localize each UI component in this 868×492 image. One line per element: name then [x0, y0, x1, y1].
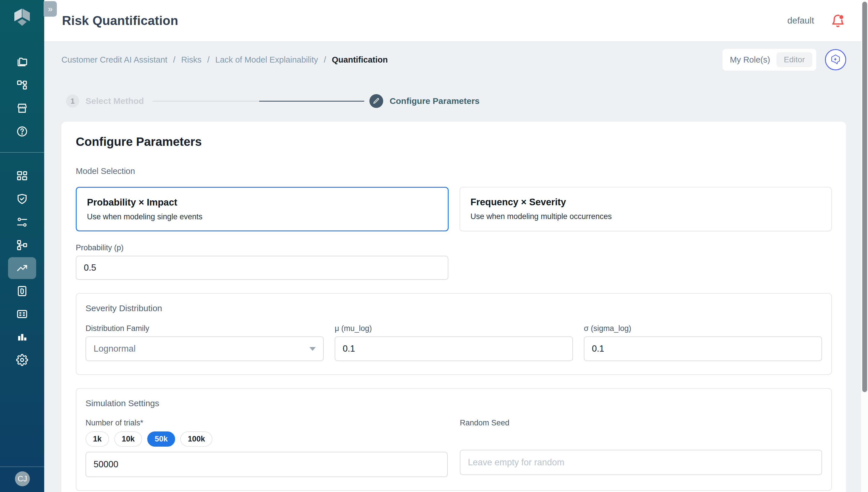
environment-label: default — [787, 16, 814, 26]
distribution-family-select[interactable]: Lognormal — [85, 337, 324, 361]
wizard-stepper: 1 Select Method Configure Parameters — [61, 94, 846, 108]
random-seed-input[interactable] — [460, 450, 822, 475]
trials-input[interactable] — [85, 452, 448, 477]
stepper-connector-active — [259, 101, 364, 102]
random-seed-label: Random Seed — [460, 419, 822, 427]
settings-gear-icon[interactable] — [16, 354, 28, 366]
my-roles-label: My Role(s) — [730, 55, 770, 65]
breadcrumb-current: Quantification — [332, 55, 388, 65]
probability-label: Probability (p) — [76, 243, 832, 252]
breadcrumb-separator: / — [207, 55, 209, 65]
document-attachment-icon[interactable] — [16, 285, 28, 297]
trials-preset-100k[interactable]: 100k — [180, 432, 213, 447]
trials-preset-50k[interactable]: 50k — [147, 432, 175, 447]
user-avatar[interactable]: CJ — [15, 471, 30, 486]
my-roles-pill: My Role(s) Editor — [722, 49, 816, 71]
number-of-trials-label: Number of trials* — [85, 419, 448, 427]
sigma-log-label: σ (sigma_log) — [584, 324, 822, 333]
model-option-probability-impact[interactable]: Probability × Impact Use when modeling s… — [76, 187, 449, 231]
breadcrumb-link-risks[interactable]: Risks — [181, 55, 201, 65]
bar-chart-icon[interactable] — [16, 331, 28, 343]
chevron-down-icon — [309, 347, 316, 351]
model-option-subtitle: Use when modeling single events — [87, 213, 438, 221]
trials-presets: 1k 10k 50k 100k — [85, 432, 448, 447]
stepper-connector-inactive — [152, 101, 259, 102]
simulation-settings-title: Simulation Settings — [85, 398, 822, 408]
severity-distribution-title: Severity Distribution — [85, 303, 822, 313]
model-option-title: Probability × Impact — [87, 197, 438, 208]
dashboard-icon[interactable] — [16, 170, 28, 182]
step-2-circle[interactable] — [369, 94, 383, 108]
page-scrollbar — [861, 0, 868, 492]
sidebar-nav-main — [8, 170, 36, 366]
main-content: Customer Credit AI Assistant / Risks / L… — [44, 42, 861, 492]
breadcrumb-link-risk[interactable]: Lack of Model Explainability — [215, 55, 318, 65]
scrollbar-thumb[interactable] — [862, 2, 867, 392]
sigma-log-input[interactable] — [584, 337, 822, 361]
role-editor-badge: Editor — [776, 52, 812, 67]
distribution-family-value: Lognormal — [94, 344, 135, 354]
sidebar-bottom-divider — [0, 466, 44, 467]
help-icon[interactable] — [16, 125, 28, 138]
shield-check-icon[interactable] — [16, 193, 28, 205]
sidebar-nav-top — [16, 55, 28, 138]
simulation-settings-card: Simulation Settings Number of trials* 1k… — [76, 388, 832, 491]
top-header: Risk Quantification default — [44, 0, 861, 42]
mu-log-input[interactable] — [335, 337, 573, 361]
app-logo-icon — [10, 7, 34, 31]
trending-up-icon — [16, 262, 28, 274]
breadcrumb-separator: / — [324, 55, 326, 65]
sliders-icon[interactable] — [16, 216, 28, 228]
sidebar: CJ — [0, 0, 44, 492]
sidebar-collapse-button[interactable]: » — [44, 1, 57, 17]
breadcrumb: Customer Credit AI Assistant / Risks / L… — [61, 55, 388, 65]
breadcrumb-separator: / — [173, 55, 175, 65]
model-selection-label: Model Selection — [76, 167, 832, 176]
page-title: Risk Quantification — [62, 14, 178, 28]
configure-parameters-panel: Configure Parameters Model Selection Pro… — [61, 122, 846, 492]
hierarchy-icon[interactable] — [16, 79, 28, 91]
marketplace-store-icon[interactable] — [16, 102, 28, 115]
probability-input[interactable] — [76, 256, 448, 280]
pencil-icon — [373, 98, 380, 104]
workflow-icon[interactable] — [16, 239, 28, 251]
step-1-circle[interactable]: 1 — [66, 94, 79, 108]
sidebar-divider — [0, 152, 44, 153]
ai-hexagon-chat-icon — [829, 54, 842, 66]
panel-title: Configure Parameters — [76, 135, 832, 149]
notification-bell-icon[interactable] — [831, 14, 845, 28]
breadcrumb-link-application[interactable]: Customer Credit AI Assistant — [61, 55, 167, 65]
ai-assistant-button[interactable] — [825, 49, 846, 70]
projects-folder-icon[interactable] — [16, 55, 28, 68]
model-option-frequency-severity[interactable]: Frequency × Severity Use when modeling m… — [460, 187, 832, 231]
severity-distribution-card: Severity Distribution Distribution Famil… — [76, 293, 832, 375]
model-option-title: Frequency × Severity — [470, 197, 821, 207]
trials-preset-10k[interactable]: 10k — [114, 432, 142, 447]
model-option-subtitle: Use when modeling multiple occurrences — [470, 212, 821, 221]
step-2-label: Configure Parameters — [390, 96, 479, 106]
trials-preset-1k[interactable]: 1k — [85, 432, 109, 447]
distribution-family-label: Distribution Family — [85, 324, 324, 333]
mu-log-label: μ (mu_log) — [335, 324, 573, 333]
table-icon[interactable] — [16, 308, 28, 320]
step-1-label: Select Method — [85, 96, 144, 106]
sidebar-item-active-quantification[interactable] — [8, 257, 36, 279]
